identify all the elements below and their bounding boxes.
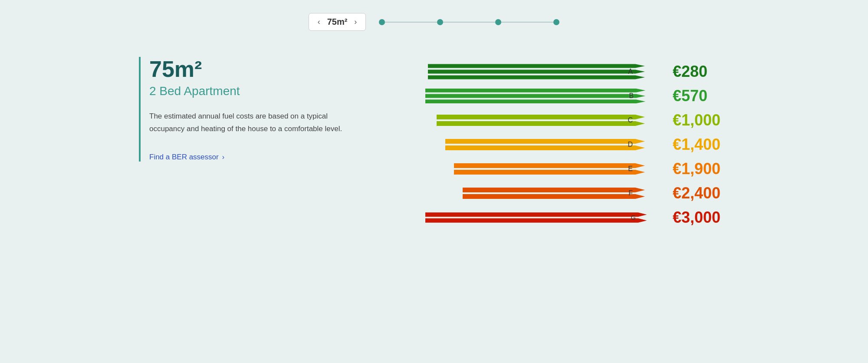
svg-text:D: D: [628, 141, 633, 148]
description-text: The estimated annual fuel costs are base…: [149, 110, 347, 135]
bar-svg-c: C: [437, 110, 667, 131]
dot-1[interactable]: [379, 19, 385, 25]
chart-row-b: B €570: [425, 86, 729, 106]
ber-link-text: Find a BER assessor: [149, 153, 219, 162]
svg-marker-21: [425, 218, 647, 223]
bar-svg-e: E: [454, 158, 667, 179]
dot-line-3: [501, 22, 553, 23]
svg-marker-0: [428, 64, 645, 68]
svg-marker-9: [437, 121, 645, 126]
dot-2[interactable]: [437, 19, 443, 25]
ber-assessor-link[interactable]: Find a BER assessor ›: [149, 153, 347, 162]
chart-row-f: F €2,400: [425, 183, 729, 204]
chart-row-d: D €1,400: [425, 134, 729, 155]
main-content: 75m² 2 Bed Apartment The estimated annua…: [87, 40, 781, 245]
chart-bars: A €280 B €570 C €1,000 D €1,400 E €1,900…: [425, 61, 729, 228]
svg-text:G: G: [631, 214, 636, 221]
dot-4[interactable]: [553, 19, 559, 25]
chart-row-e: E €1,900: [425, 158, 729, 179]
svg-text:C: C: [628, 116, 633, 124]
svg-text:A: A: [628, 68, 633, 75]
bar-svg-b: B: [425, 86, 667, 106]
bar-svg-d: D: [445, 134, 667, 155]
size-label: 75m²: [327, 17, 348, 27]
svg-marker-12: [445, 145, 645, 150]
price-label-e: €1,900: [673, 160, 729, 178]
svg-text:F: F: [628, 189, 633, 197]
dot-line-2: [443, 22, 495, 23]
price-label-d: €1,400: [673, 135, 729, 154]
svg-marker-8: [437, 115, 645, 119]
price-label-f: €2,400: [673, 184, 729, 202]
dot-line-1: [385, 22, 437, 23]
bar-svg-g: G: [425, 207, 667, 228]
energy-chart: A €280 B €570 C €1,000 D €1,400 E €1,900…: [373, 57, 729, 228]
svg-marker-4: [425, 89, 645, 92]
svg-marker-5: [425, 94, 645, 98]
property-type-label: 2 Bed Apartment: [149, 84, 347, 98]
price-label-c: €1,000: [673, 111, 729, 129]
svg-text:E: E: [628, 165, 633, 172]
svg-marker-11: [445, 139, 645, 144]
next-size-button[interactable]: ›: [353, 17, 358, 26]
property-size-heading: 75m²: [149, 57, 347, 82]
price-label-a: €280: [673, 63, 729, 81]
size-selector[interactable]: ‹ 75m² ›: [309, 13, 366, 31]
svg-text:B: B: [629, 92, 634, 99]
chart-row-c: C €1,000: [425, 110, 729, 131]
ber-link-chevron: ›: [222, 153, 224, 161]
svg-marker-15: [454, 170, 645, 175]
svg-marker-20: [425, 212, 647, 217]
svg-marker-2: [428, 76, 645, 79]
dot-3[interactable]: [495, 19, 501, 25]
chart-row-g: G €3,000: [425, 207, 729, 228]
svg-marker-6: [425, 99, 645, 103]
top-navigation: ‹ 75m² ›: [0, 0, 868, 40]
svg-marker-14: [454, 163, 645, 168]
bar-svg-f: F: [463, 183, 667, 204]
progress-dots: [379, 19, 559, 25]
bar-svg-a: A: [428, 61, 667, 82]
svg-marker-18: [463, 194, 645, 199]
prev-size-button[interactable]: ‹: [317, 17, 321, 26]
price-label-g: €3,000: [673, 208, 729, 227]
price-label-b: €570: [673, 87, 729, 105]
size-value: 75m²: [149, 56, 202, 82]
left-panel: 75m² 2 Bed Apartment The estimated annua…: [139, 57, 347, 162]
svg-marker-1: [428, 70, 645, 74]
chart-row-a: A €280: [425, 61, 729, 82]
svg-marker-17: [463, 188, 645, 192]
